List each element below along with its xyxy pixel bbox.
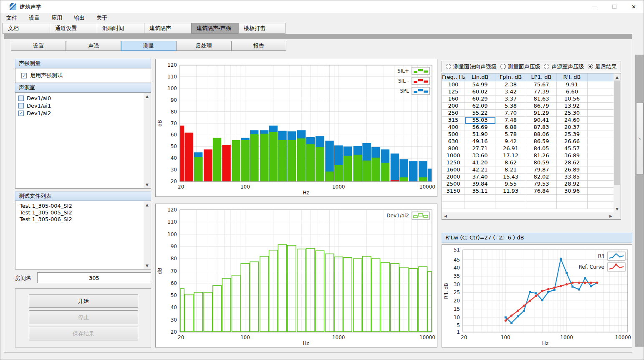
main-tab-5[interactable]: 楼板打击: [238, 23, 285, 34]
table-cell[interactable]: [465, 202, 495, 209]
table-cell[interactable]: 24.60: [557, 117, 588, 124]
table-cell[interactable]: 27.71: [465, 145, 495, 152]
minimize-button-icon[interactable]: [585, 0, 604, 13]
table-cell[interactable]: [588, 159, 614, 166]
sub-tab-3[interactable]: 后处理: [176, 41, 231, 51]
table-cell[interactable]: [588, 174, 614, 181]
radio-option-2[interactable]: 声源室声压级: [544, 63, 584, 70]
sub-tab-0[interactable]: 设置: [11, 41, 66, 51]
table-cell[interactable]: 15.43: [495, 174, 526, 181]
table-cell[interactable]: 2.38: [495, 81, 526, 88]
table-cell[interactable]: [588, 117, 614, 124]
table-cell[interactable]: [588, 81, 614, 88]
table-cell[interactable]: 86.79: [526, 103, 557, 110]
scroll-up-icon[interactable]: ▲: [144, 93, 151, 100]
table-cell[interactable]: 51.90: [465, 131, 495, 138]
table-cell[interactable]: 62.09: [465, 103, 495, 110]
main-tab-2[interactable]: 混响时间: [97, 23, 144, 34]
table-cell[interactable]: [557, 202, 588, 209]
table-cell[interactable]: 30.96: [557, 188, 588, 195]
table-cell[interactable]: 25.30: [557, 110, 588, 117]
table-cell[interactable]: 60.02: [465, 88, 495, 96]
table-cell[interactable]: [588, 110, 614, 117]
main-tab-3[interactable]: 建筑隔声: [144, 23, 191, 34]
maximize-button-icon[interactable]: [604, 0, 624, 13]
file-list-item-0[interactable]: Test 1_305-004_SI2: [15, 203, 144, 209]
table-cell[interactable]: [495, 202, 526, 209]
radio-icon[interactable]: [500, 64, 506, 69]
channel-list-scrollbar[interactable]: ▲ ▼: [144, 93, 151, 188]
table-cell[interactable]: [526, 202, 557, 209]
main-tab-0[interactable]: 文档: [3, 23, 50, 34]
table-cell[interactable]: 54.99: [465, 81, 495, 88]
table-cell[interactable]: 79.53: [526, 181, 557, 188]
table-cell[interactable]: 79.87: [526, 166, 557, 174]
table-cell[interactable]: 26.91: [495, 145, 526, 152]
table-cell[interactable]: 55.22: [465, 110, 495, 117]
radio-icon[interactable]: [446, 64, 451, 69]
menu-item-4[interactable]: 关于: [91, 13, 112, 23]
radio-icon[interactable]: [544, 64, 549, 69]
file-list-item-1[interactable]: Test 1_305-005_SI2: [15, 209, 144, 216]
table-horizontal-scrollbar[interactable]: ◀ ▶: [442, 212, 614, 219]
table-cell[interactable]: 250: [442, 110, 465, 117]
table-cell[interactable]: 2500: [442, 181, 465, 188]
table-cell[interactable]: 6.60: [557, 88, 588, 96]
table-cell[interactable]: 26.89: [557, 166, 588, 174]
sub-tab-2[interactable]: 测量: [121, 41, 176, 51]
table-cell[interactable]: 87.83: [526, 124, 557, 131]
table-cell[interactable]: 76.84: [526, 188, 557, 195]
table-cell[interactable]: 5.78: [495, 131, 526, 138]
table-cell[interactable]: 8.62: [495, 159, 526, 166]
main-tab-4[interactable]: 建筑隔声-声强: [191, 23, 238, 34]
sub-tab-1[interactable]: 声强: [66, 41, 121, 51]
table-cell[interactable]: 25.39: [557, 131, 588, 138]
table-cell[interactable]: 17.12: [495, 152, 526, 159]
enable-intensity-checkbox[interactable]: ✓: [21, 73, 27, 78]
table-cell[interactable]: 10.56: [557, 96, 588, 103]
table-cell[interactable]: [588, 88, 614, 96]
channel-item-2[interactable]: ✓Dev1/ai2: [15, 109, 144, 117]
room-name-input[interactable]: [37, 272, 151, 283]
scroll-up-icon[interactable]: ▲: [614, 73, 621, 81]
table-cell[interactable]: 1600: [442, 166, 465, 174]
table-cell[interactable]: 45.57: [557, 145, 588, 152]
table-cell[interactable]: 60.29: [465, 96, 495, 103]
table-cell[interactable]: 8.21: [495, 166, 526, 174]
table-cell[interactable]: 77.39: [526, 88, 557, 96]
table-cell[interactable]: 3150: [442, 188, 465, 195]
file-list-scrollbar[interactable]: ▲ ▼: [144, 201, 151, 269]
scroll-down-icon[interactable]: ▼: [144, 181, 151, 188]
table-cell[interactable]: [526, 195, 557, 202]
scroll-down-icon[interactable]: ▼: [614, 205, 621, 212]
sub-tab-4[interactable]: 报告: [231, 41, 286, 51]
table-cell[interactable]: 35.11: [465, 188, 495, 195]
table-cell[interactable]: 20.37: [557, 124, 588, 131]
table-cell[interactable]: 11.93: [495, 188, 526, 195]
table-cell[interactable]: 28.62: [557, 159, 588, 166]
table-cell[interactable]: 90.41: [526, 117, 557, 124]
scrollbar-thumb[interactable]: [614, 81, 620, 185]
table-cell[interactable]: [588, 166, 614, 174]
table-cell[interactable]: [442, 195, 465, 202]
table-cell[interactable]: 9.91: [557, 81, 588, 88]
table-cell[interactable]: 39.84: [465, 181, 495, 188]
radio-option-1[interactable]: 测量面声压级: [500, 63, 540, 70]
table-cell[interactable]: 56.69: [465, 124, 495, 131]
menu-item-3[interactable]: 输出: [69, 13, 90, 23]
table-vertical-scrollbar[interactable]: ▲ ▼: [614, 73, 621, 212]
table-cell[interactable]: 1000: [442, 152, 465, 159]
table-cell[interactable]: 84.05: [526, 145, 557, 152]
table-cell[interactable]: [588, 152, 614, 159]
table-cell[interactable]: [588, 145, 614, 152]
table-cell[interactable]: 86.59: [526, 138, 557, 145]
table-cell[interactable]: 33.60: [465, 152, 495, 159]
table-cell[interactable]: 81.63: [526, 96, 557, 103]
table-cell[interactable]: 500: [442, 131, 465, 138]
scroll-up-icon[interactable]: ▲: [144, 201, 151, 208]
table-cell[interactable]: 75.67: [526, 81, 557, 88]
table-cell[interactable]: 3.42: [495, 88, 526, 96]
table-cell[interactable]: [465, 195, 495, 202]
close-button-icon[interactable]: ✕: [624, 0, 644, 13]
table-cell[interactable]: 33.85: [557, 174, 588, 181]
